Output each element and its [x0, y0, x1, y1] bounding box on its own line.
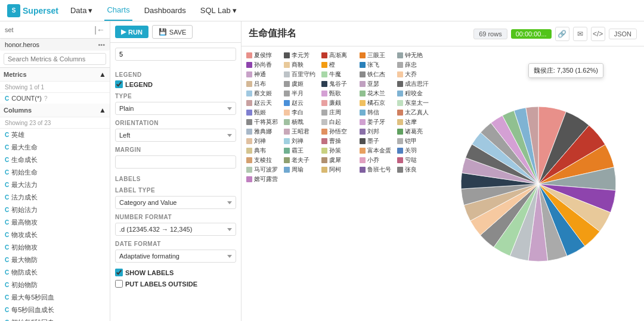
legend-item: 孙尚香 [246, 61, 281, 69]
legend-item: 诸葛亮 [397, 127, 432, 136]
legend-checkbox-label: LEGEND [125, 81, 153, 88]
legend-color-swatch [246, 52, 252, 58]
sidebar-dataset[interactable]: honor.heros ••• [0, 39, 110, 51]
legend-color-swatch [246, 62, 252, 68]
sidebar-item-count[interactable]: C COUNT(*) ? [0, 93, 110, 104]
legend-item: 刘禅 [246, 137, 281, 145]
email-icon-button[interactable]: ✉ [573, 27, 587, 41]
collapse-metrics-icon[interactable]: ▲ [99, 70, 106, 79]
nav-sqllab[interactable]: SQL Lab ▾ [198, 6, 239, 15]
save-button[interactable]: 💾 SAVE [152, 25, 193, 39]
json-button[interactable]: JSON [609, 29, 637, 39]
show-labels-checkbox[interactable] [115, 269, 123, 276]
code-icon-button[interactable]: </> [591, 27, 605, 41]
list-item[interactable]: C初始物防 [0, 279, 110, 291]
label-type-select[interactable]: Category and Value [115, 196, 236, 209]
legend-item: 韩信 [360, 108, 395, 117]
legend-item: 橙 [321, 61, 357, 69]
margin-label: MARGIN [115, 147, 236, 153]
list-item[interactable]: C最大每5秒回血 [0, 291, 110, 304]
legend-item: 刘邦 [360, 127, 395, 136]
logo: S Superset [7, 4, 58, 17]
run-button[interactable]: ▶ RUN [115, 26, 148, 38]
legend-item: 夏侯惇 [246, 51, 281, 60]
legend-color-swatch [284, 157, 290, 163]
limit-input[interactable] [115, 48, 236, 61]
chevron-down-icon: ▾ [233, 6, 237, 15]
list-item[interactable]: C初始每5秒回血 [0, 316, 110, 321]
list-item[interactable]: C初始法力 [0, 204, 110, 216]
legend-item: 庄周 [321, 108, 357, 117]
legend-color-swatch [321, 119, 327, 125]
collapse-columns-icon[interactable]: ▲ [99, 106, 106, 114]
legend-color-swatch [246, 167, 252, 173]
link-icon-button[interactable]: 🔗 [555, 27, 569, 41]
list-item[interactable]: C物防成长 [0, 266, 110, 279]
metrics-section-header: Metrics ▲ [0, 68, 110, 82]
legend-item: 典韦 [246, 147, 281, 155]
number-format-select[interactable]: .d (12345.432 → 12,345) [115, 223, 236, 236]
legend-color-swatch [246, 119, 252, 125]
sidebar-search-container [0, 51, 110, 68]
margin-input[interactable] [115, 155, 236, 169]
list-item[interactable]: C初始物攻 [0, 241, 110, 254]
put-labels-outside-checkbox[interactable] [115, 280, 123, 288]
date-format-select[interactable]: Adaptative formating [115, 250, 236, 263]
nav-dashboards[interactable]: Dashboards [142, 6, 188, 15]
pie-chart [455, 101, 622, 267]
legend-item: 铁仁杰 [360, 70, 395, 79]
legend-item: 马可波罗 [246, 166, 281, 174]
legend-color-swatch [284, 138, 290, 144]
list-item[interactable]: C最大法力 [0, 179, 110, 191]
search-input[interactable] [4, 53, 106, 65]
legend-color-swatch [284, 62, 290, 68]
legend-item: 百里守约 [284, 70, 319, 79]
legend-item: 鬼谷子 [321, 80, 357, 88]
legend-item: 赵云天 [246, 99, 281, 107]
legend-color-swatch [360, 119, 366, 125]
legend-color-swatch [321, 91, 327, 96]
legend-item: 张飞 [360, 61, 395, 69]
legend-item: 东皇太一 [397, 99, 432, 107]
legend-color-swatch [321, 62, 327, 68]
more-icon[interactable]: ••• [98, 41, 105, 48]
collapse-icon[interactable]: |← [94, 25, 105, 35]
legend-item: 蔡文姬 [246, 89, 281, 98]
columns-count: Showing 23 of 23 [0, 120, 55, 126]
list-item[interactable]: C法力成长 [0, 191, 110, 204]
legend-color-swatch [246, 71, 252, 77]
legend-item: 亏哒 [397, 156, 432, 164]
list-item[interactable]: C物攻成长 [0, 229, 110, 241]
legend-color-swatch [360, 71, 366, 77]
legend-color-swatch [321, 167, 327, 173]
type-select[interactable]: Plain [115, 102, 236, 115]
legend-color-swatch [360, 100, 366, 106]
chart-area: 生命值排名 69 rows 00:00:00... 🔗 ✉ </> JSON 夏… [242, 21, 644, 321]
legend-color-swatch [321, 71, 327, 77]
list-item[interactable]: C每5秒回血成长 [0, 304, 110, 316]
orientation-select[interactable]: Left [115, 129, 236, 142]
nav-data[interactable]: Data ▾ [68, 6, 95, 15]
list-item[interactable]: C最大生命 [0, 141, 110, 154]
run-icon: ▶ [121, 28, 126, 36]
legend-color-swatch [246, 176, 252, 182]
legend-item: 神通 [246, 70, 281, 79]
list-item[interactable]: C英雄 [0, 129, 110, 141]
nav-charts[interactable]: Charts [104, 0, 132, 21]
list-item[interactable]: C生命成长 [0, 154, 110, 166]
legend-item: 薛忠 [397, 61, 432, 69]
legend-item: 成吉思汗 [397, 80, 432, 88]
legend-color-swatch [321, 157, 327, 163]
legend-color-swatch [397, 129, 403, 135]
legend-color-swatch [321, 148, 327, 154]
list-item[interactable]: C最高物攻 [0, 216, 110, 229]
legend-color-swatch [284, 148, 290, 154]
list-item[interactable]: C初始生命 [0, 166, 110, 179]
legend-color-swatch [321, 52, 327, 58]
columns-list: C英雄 C最大生命 C生命成长 C初始生命 C最大法力 C法力成长 C初始法力 … [0, 129, 110, 321]
legend-color-swatch [284, 100, 290, 106]
legend-checkbox[interactable] [115, 80, 123, 88]
chart-body: 夏侯惇李元芳高渐离三眼王钟无艳孙尚香商鞅橙张飞薛忠神通百里守约牛魔铁仁杰大乔吕布… [242, 46, 644, 321]
columns-count-row: Showing 23 of 23 [0, 117, 110, 129]
list-item[interactable]: C最大物防 [0, 254, 110, 266]
